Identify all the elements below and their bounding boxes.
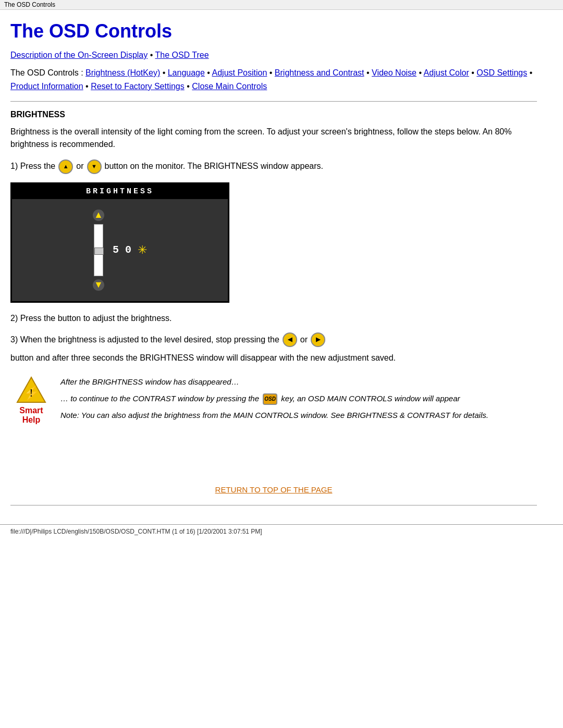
- step-2-text: 2) Press the button to adjust the bright…: [10, 311, 172, 326]
- breadcrumb-language[interactable]: Language: [168, 68, 205, 77]
- smart-help-text-area: After the BRIGHTNESS window has disappea…: [60, 376, 488, 422]
- smart-help-line1: After the BRIGHTNESS window has disappea…: [60, 376, 488, 388]
- spacer: [10, 433, 537, 475]
- breadcrumb-product-info[interactable]: Product Information: [10, 82, 83, 91]
- brightness-value: 5 0: [113, 244, 131, 256]
- breadcrumb: The OSD Controls : Brightness (HotKey) •…: [10, 66, 537, 93]
- smart-help-line2: … to continue to the CONTRAST window by …: [60, 392, 488, 405]
- nav-link-osd-tree[interactable]: The OSD Tree: [155, 51, 209, 59]
- nav-link-description[interactable]: Description of the On-Screen Display: [10, 51, 148, 59]
- breadcrumb-osd-settings[interactable]: OSD Settings: [476, 68, 527, 77]
- step-1-text-before: 1) Press the: [10, 159, 55, 174]
- slider-track: [94, 224, 103, 276]
- breadcrumb-prefix: The OSD Controls :: [10, 68, 85, 77]
- smart-help-icon-area: ⚡ ! SmartHelp: [10, 376, 52, 425]
- section-body-brightness: Brightness is the overall intensity of t…: [10, 126, 537, 151]
- return-to-top: RETURN TO TOP OF THE PAGE: [10, 475, 537, 500]
- brightness-window: BRIGHTNESS ▲ ▼ 5 0 ✳: [10, 182, 229, 303]
- step-3: 3) When the brightness is adjusted to th…: [10, 332, 537, 366]
- brightness-down-arrow: ▼: [93, 279, 104, 291]
- return-to-top-link[interactable]: RETURN TO TOP OF THE PAGE: [215, 485, 333, 494]
- brightness-up-arrow: ▲: [93, 209, 104, 221]
- step-1-or: or: [76, 159, 83, 174]
- step-1: 1) Press the or button on the monitor. T…: [10, 159, 537, 174]
- browser-title: The OSD Controls: [0, 0, 563, 10]
- contrast-key-icon: OSD: [263, 393, 277, 405]
- breadcrumb-close[interactable]: Close Main Controls: [192, 82, 267, 91]
- step-3-or: or: [300, 332, 308, 348]
- breadcrumb-brightness[interactable]: Brightness (HotKey): [85, 68, 160, 77]
- step-2: 2) Press the button to adjust the bright…: [10, 311, 537, 326]
- smart-help-line3: Note: You can also adjust the brightness…: [60, 409, 488, 422]
- breadcrumb-adjust-position[interactable]: Adjust Position: [212, 68, 267, 77]
- down-button-icon: [87, 159, 102, 174]
- breadcrumb-video-noise[interactable]: Video Noise: [372, 68, 417, 77]
- bottom-divider: [10, 505, 537, 505]
- section-title-brightness: BRIGHTNESS: [10, 110, 537, 119]
- brightness-slider: ▲ ▼: [93, 209, 104, 291]
- right-button-icon: [311, 332, 325, 347]
- page-title: The OSD Controls: [10, 20, 537, 42]
- svg-text:!: !: [29, 386, 33, 399]
- step-3-suffix: button and after three seconds the BRIGH…: [10, 351, 396, 366]
- smart-help-line2-prefix: … to continue to the CONTRAST window by …: [60, 394, 259, 403]
- breadcrumb-reset[interactable]: Reset to Factory Settings: [91, 82, 185, 91]
- warning-triangle-icon: ⚡ !: [16, 376, 47, 404]
- smart-help-line2-suffix: key, an OSD MAIN CONTROLS window will ap…: [281, 394, 460, 403]
- smart-help-box: ⚡ ! SmartHelp After the BRIGHTNESS windo…: [10, 376, 537, 425]
- up-button-icon: [58, 159, 73, 174]
- smart-help-label: SmartHelp: [19, 406, 43, 425]
- step-1-text-after: button on the monitor. The BRIGHTNESS wi…: [105, 159, 323, 174]
- slider-thumb: [94, 248, 104, 255]
- step-3-prefix: 3) When the brightness is adjusted to th…: [10, 332, 279, 348]
- footer: file:///D|/Philips LCD/english/150B/OSD/…: [0, 524, 563, 538]
- breadcrumb-adjust-color[interactable]: Adjust Color: [424, 68, 469, 77]
- nav-links: Description of the On-Screen Display • T…: [10, 51, 537, 60]
- top-divider: [10, 101, 537, 102]
- brightness-body: ▲ ▼ 5 0 ✳: [12, 199, 228, 301]
- breadcrumb-brightness-contrast[interactable]: Brightness and Contrast: [275, 68, 364, 77]
- brightness-title: BRIGHTNESS: [12, 184, 228, 199]
- left-button-icon: [283, 332, 297, 347]
- sun-icon: ✳: [138, 243, 147, 257]
- nav-separator-1: •: [150, 51, 155, 59]
